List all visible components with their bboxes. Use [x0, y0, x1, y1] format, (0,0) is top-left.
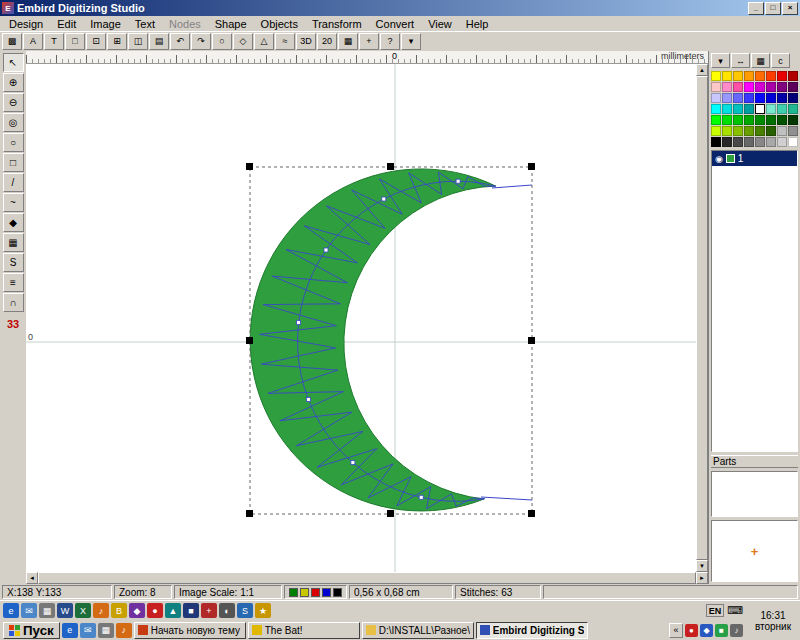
new-design-icon[interactable]: □: [65, 33, 85, 50]
skype-icon[interactable]: S: [237, 603, 253, 618]
redo-icon[interactable]: ↷: [191, 33, 211, 50]
palette-color-cell[interactable]: [744, 115, 754, 125]
antivirus-icon[interactable]: ●: [147, 603, 163, 618]
mail-icon[interactable]: ✉: [21, 603, 37, 618]
selection-handle[interactable]: [246, 163, 253, 170]
palette-color-cell[interactable]: [722, 137, 732, 147]
palette-color-cell[interactable]: [755, 93, 765, 103]
outlook-icon[interactable]: ✉: [80, 623, 96, 638]
node-edit-tool[interactable]: ◆: [3, 213, 24, 232]
scroll-right-icon[interactable]: ►: [696, 572, 708, 584]
palette-color-cell[interactable]: [788, 137, 798, 147]
selection-handle[interactable]: [528, 510, 535, 517]
selection-handle[interactable]: [387, 163, 394, 170]
palette-color-cell[interactable]: [788, 104, 798, 114]
grid-icon[interactable]: ▦: [338, 33, 358, 50]
scheduler-tray-icon[interactable]: ◆: [700, 624, 713, 637]
keyboard-icon[interactable]: ⌨: [727, 604, 743, 617]
status-swatch[interactable]: [289, 588, 298, 597]
palette-color-cell[interactable]: [788, 82, 798, 92]
menu-item[interactable]: Transform: [305, 18, 369, 30]
palette-color-cell[interactable]: [733, 104, 743, 114]
palette-color-cell[interactable]: [722, 93, 732, 103]
network-tray-icon[interactable]: ■: [715, 624, 728, 637]
palette-color-cell[interactable]: [766, 71, 776, 81]
crescent-design[interactable]: [250, 169, 495, 511]
task-embird-button[interactable]: Embird Digitizing Stud...: [476, 622, 588, 639]
menu-item[interactable]: Design: [2, 18, 50, 30]
minimize-button[interactable]: _: [748, 2, 764, 15]
palette-color-cell[interactable]: [711, 82, 721, 92]
word-icon[interactable]: W: [57, 603, 73, 618]
scroll-left-icon[interactable]: ◄: [26, 572, 38, 584]
visibility-eye-icon[interactable]: ◉: [715, 154, 723, 164]
palette-color-cell[interactable]: [722, 82, 732, 92]
curve-tool[interactable]: ~: [3, 193, 24, 212]
taskbar-clock[interactable]: 16:31 вторник: [748, 604, 798, 637]
palette-color-cell[interactable]: [766, 126, 776, 136]
palette-color-cell[interactable]: [755, 104, 765, 114]
import-image-icon[interactable]: ⊞: [107, 33, 127, 50]
palette-color-cell[interactable]: [744, 104, 754, 114]
selection-handle[interactable]: [528, 337, 535, 344]
menu-item[interactable]: Image: [83, 18, 128, 30]
palette-color-cell[interactable]: [733, 71, 743, 81]
player-icon[interactable]: ♪: [116, 623, 132, 638]
open-design-icon[interactable]: ⊡: [86, 33, 106, 50]
palette-color-cell[interactable]: [755, 126, 765, 136]
3d-view-icon[interactable]: 3D: [296, 33, 316, 50]
palette-color-cell[interactable]: [722, 126, 732, 136]
palette-color-cell[interactable]: [777, 71, 787, 81]
palette-color-cell[interactable]: [711, 126, 721, 136]
palette-color-cell[interactable]: [733, 137, 743, 147]
palette-color-cell[interactable]: [777, 137, 787, 147]
task-thebat-button[interactable]: The Bat!: [248, 622, 360, 639]
palette-color-cell[interactable]: [711, 71, 721, 81]
palette-color-cell[interactable]: [755, 137, 765, 147]
design-canvas[interactable]: 0: [26, 64, 696, 572]
palette-color-cell[interactable]: [733, 82, 743, 92]
object-list-item[interactable]: ◉ 1: [712, 151, 797, 166]
menu-item[interactable]: Shape: [208, 18, 254, 30]
maximize-button[interactable]: □: [765, 2, 781, 15]
select-tool[interactable]: ↖: [3, 53, 24, 72]
palette-color-cell[interactable]: [788, 93, 798, 103]
messenger-icon[interactable]: ◆: [129, 603, 145, 618]
vertical-scrollbar[interactable]: ▲ ▼: [696, 64, 708, 572]
palette-color-cell[interactable]: [766, 104, 776, 114]
palette-color-cell[interactable]: [788, 115, 798, 125]
start-button[interactable]: Пуск: [3, 622, 60, 639]
ellipse-icon[interactable]: ○: [212, 33, 232, 50]
palette-color-cell[interactable]: [788, 71, 798, 81]
menu-item[interactable]: Edit: [50, 18, 83, 30]
palette-swap-button[interactable]: ↔: [731, 53, 750, 68]
status-swatch[interactable]: [333, 588, 342, 597]
undo-icon[interactable]: ↶: [170, 33, 190, 50]
palette-color-cell[interactable]: [744, 82, 754, 92]
grid-20-icon[interactable]: 20: [317, 33, 337, 50]
palette-color-cell[interactable]: [744, 137, 754, 147]
selection-handle[interactable]: [246, 337, 253, 344]
palette-color-cell[interactable]: [711, 93, 721, 103]
palette-color-cell[interactable]: [755, 115, 765, 125]
palette-color-cell[interactable]: [744, 71, 754, 81]
menu-item[interactable]: View: [421, 18, 459, 30]
pan-icon[interactable]: +: [359, 33, 379, 50]
font-a-icon[interactable]: A: [23, 33, 43, 50]
task-browser-button[interactable]: Начать новую тему :: В...: [134, 622, 246, 639]
selection-handle[interactable]: [246, 510, 253, 517]
palette-color-cell[interactable]: [777, 126, 787, 136]
palette-color-cell[interactable]: [788, 126, 798, 136]
palette-color-cell[interactable]: [733, 126, 743, 136]
language-indicator[interactable]: EN: [706, 604, 724, 617]
palette-c-button[interactable]: c: [771, 53, 790, 68]
dropdown-icon[interactable]: ▾: [401, 33, 421, 50]
help-icon[interactable]: ?: [380, 33, 400, 50]
menu-item[interactable]: Objects: [254, 18, 305, 30]
palette-color-cell[interactable]: [777, 82, 787, 92]
shape-icon[interactable]: ◇: [233, 33, 253, 50]
menu-item[interactable]: Help: [459, 18, 496, 30]
ellipse-select-tool[interactable]: ○: [3, 133, 24, 152]
ftp-icon[interactable]: ▲: [165, 603, 181, 618]
palette-color-cell[interactable]: [766, 93, 776, 103]
